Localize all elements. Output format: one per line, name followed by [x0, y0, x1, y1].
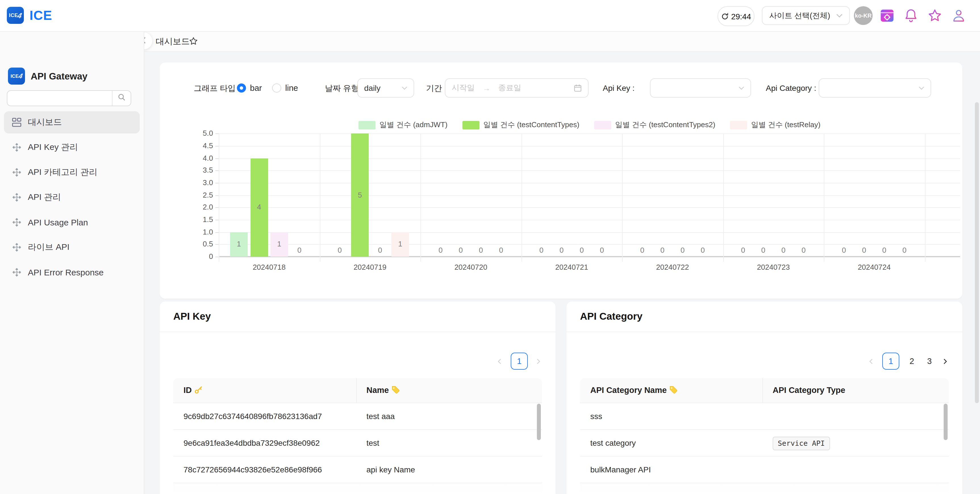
brand-logo-icon[interactable]: ICE4 [7, 7, 24, 24]
table-scrollbar[interactable] [537, 404, 541, 440]
pagination-prev-icon[interactable] [868, 358, 875, 365]
column-header-name: Name [356, 378, 542, 403]
pagination-next-icon[interactable] [942, 358, 949, 365]
product-logo-text: ICE [11, 73, 19, 79]
y-tick [215, 134, 219, 134]
bar-value-label: 0 [795, 246, 812, 254]
gridline-h [219, 171, 960, 171]
table-row[interactable]: test categoryService API [580, 429, 949, 456]
sidebar-item-label: API Key 관리 [28, 142, 78, 153]
table-scrollbar[interactable] [943, 404, 948, 440]
table-row[interactable]: bulkManager API [580, 456, 949, 483]
bar-value-label: 0 [674, 246, 691, 254]
bar-value-label: 0 [896, 246, 913, 254]
gridline-h [219, 208, 960, 208]
product-logo-icon: ICE4 [8, 68, 25, 84]
table-row[interactable]: sss [580, 403, 949, 430]
table-row[interactable]: 9c69db27c6374640896fb78623136ad7test aaa [173, 403, 542, 430]
bar-value-label: 0 [735, 246, 752, 254]
y-axis-label: 0 [185, 252, 213, 261]
tag-icon [389, 386, 400, 395]
session-timer[interactable]: 29:44 [718, 6, 754, 26]
pagination-page-2[interactable]: 2 [907, 357, 917, 366]
y-axis-label: 1.0 [185, 227, 213, 236]
gridline-v [521, 134, 522, 262]
bar-value-label: 0 [876, 246, 893, 254]
cell-api-category-name: bulkManager API [580, 456, 762, 483]
breadcrumb-bar: 대시보드 [144, 31, 980, 52]
bookmark-star-icon[interactable] [189, 37, 198, 46]
sidebar-item-label: API 관리 [28, 192, 61, 203]
table-row[interactable]: 78c7272656944c93826e52e86e98f966api key … [173, 456, 542, 483]
sidebar-item-label: 라이브 API [28, 242, 70, 253]
sidebar-item-dashboard[interactable]: 대시보드 [4, 111, 140, 133]
sidebar-item-api-카테고리-관리[interactable]: API 카테고리 관리 [4, 161, 140, 183]
bar-value-label: 0 [654, 246, 671, 254]
sidebar: ICE4 API Gateway 대시보드API Key 관리API 카테고리 … [0, 31, 144, 494]
gridline-v [824, 134, 824, 262]
gridline-h [219, 232, 960, 232]
brand-title[interactable]: ICE [30, 0, 52, 31]
site-select-value: 사이트 선택(전체) [769, 11, 830, 21]
tag-icon [667, 386, 678, 395]
y-tick [215, 195, 219, 195]
gridline-h [219, 195, 960, 195]
gridline-v [924, 134, 925, 262]
key-icon [192, 386, 202, 395]
bar-value-label: 0 [573, 246, 590, 254]
pagination-page-1[interactable]: 1 [882, 353, 899, 370]
bar-value-label: 0 [473, 246, 490, 254]
sidebar-item-api-관리[interactable]: API 관리 [4, 186, 140, 208]
cell-id: 9e6ca91fea3e4dbdba7329ecf38e0962 [173, 430, 356, 456]
y-tick [215, 146, 219, 146]
api-key-panel-title: API Key [173, 302, 211, 332]
api-category-pagination: 123 [868, 353, 949, 370]
bar-value-label: 0 [533, 246, 550, 254]
sidebar-search [7, 90, 131, 106]
sidebar-item-api-usage-plan[interactable]: API Usage Plan [4, 211, 140, 233]
locale-badge[interactable]: ko-KR [854, 6, 873, 25]
y-axis-label: 3.5 [185, 166, 213, 175]
module-icon [12, 143, 22, 152]
gridline-h [219, 245, 960, 245]
pagination-page-3[interactable]: 3 [924, 357, 935, 366]
sidebar-item-api-key-관리[interactable]: API Key 관리 [4, 136, 140, 159]
page-scrollbar[interactable] [975, 102, 979, 403]
bar-value-label: 1 [231, 240, 247, 248]
x-axis-label: 20240722 [622, 263, 723, 272]
breadcrumb-title[interactable]: 대시보드 [156, 31, 190, 51]
x-axis-label: 20240718 [219, 263, 320, 272]
panel-divider [566, 332, 963, 332]
user-profile-icon[interactable] [951, 8, 966, 23]
pagination-page-1[interactable]: 1 [511, 353, 528, 370]
y-tick [215, 232, 219, 232]
bar-value-label: 0 [493, 246, 510, 254]
pagination-next-icon[interactable] [535, 358, 542, 365]
pagination-prev-icon[interactable] [496, 358, 503, 365]
y-axis-label: 0.5 [185, 240, 213, 248]
table-row[interactable]: 9e6ca91fea3e4dbdba7329ecf38e0962test [173, 429, 542, 456]
api-category-panel: API Category 123API Category NameAPI Cat… [566, 302, 963, 494]
bar-value-label: 1 [392, 240, 409, 248]
sidebar-search-button[interactable] [112, 91, 130, 106]
app-settings-icon[interactable] [880, 8, 895, 23]
bar-value-label: 0 [291, 246, 308, 254]
site-select[interactable]: 사이트 선택(전체) [762, 6, 850, 25]
gridline-v [420, 134, 421, 262]
x-axis-label: 20240720 [420, 263, 521, 272]
gridline-h [219, 220, 960, 220]
sidebar-item-라이브-api[interactable]: 라이브 API [4, 236, 140, 258]
y-tick [215, 171, 219, 171]
gridline-v [219, 134, 219, 262]
sidebar-item-api-error-response[interactable]: API Error Response [4, 261, 140, 283]
gridline-h [219, 158, 960, 159]
y-axis-label: 4.5 [185, 141, 213, 150]
notifications-bell-icon[interactable] [903, 8, 919, 23]
session-timer-value: 29:44 [731, 12, 751, 21]
bar-chart: 00.51.01.52.02.53.03.54.04.55.0141020240… [160, 62, 963, 299]
sidebar-search-input[interactable] [7, 91, 112, 106]
module-icon [12, 192, 22, 202]
sidebar-item-label: API 카테고리 관리 [28, 167, 97, 178]
y-axis-label: 5.0 [185, 129, 213, 138]
favorites-star-icon[interactable] [927, 8, 942, 23]
